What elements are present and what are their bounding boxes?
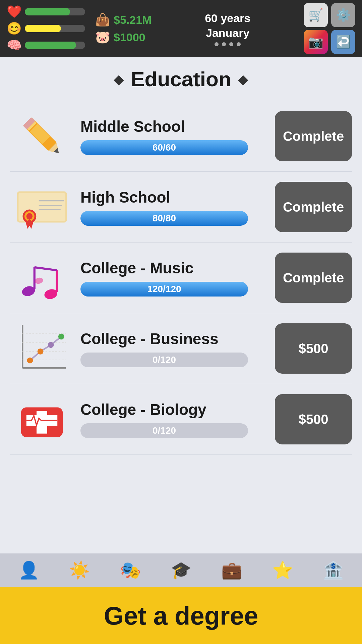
diamond-right: ◆ — [238, 71, 248, 87]
edu-action-label: $500 — [299, 341, 328, 356]
page-title: Education — [131, 67, 231, 91]
bottom-nav: 👤☀️🎭🎓💼⭐🏦 — [0, 553, 362, 587]
edu-name: College - Business — [80, 330, 268, 348]
health-bar-fill — [25, 8, 70, 15]
wallet-icon: 👜 — [95, 13, 110, 27]
edu-icon-chart — [10, 320, 74, 377]
edu-name: Middle School — [80, 117, 268, 136]
edu-action-btn-3[interactable]: $500 — [275, 323, 352, 374]
edu-action-btn-1[interactable]: Complete — [275, 182, 352, 232]
piggy-amount: $1000 — [114, 31, 145, 44]
happiness-bar-fill — [25, 25, 61, 32]
svg-point-30 — [58, 334, 64, 340]
progress-label: 60/60 — [153, 142, 176, 153]
stats-column: ❤️ 😊 🧠 — [7, 5, 85, 52]
piggy-row: 🐷 $1000 — [95, 30, 152, 44]
progress-bar-bg: 60/60 — [80, 140, 248, 155]
education-list: Middle School60/60Complete High School80… — [0, 98, 362, 458]
top-icon-row-1: 🛒 ⚙️ — [304, 3, 355, 27]
svg-point-10 — [26, 213, 33, 220]
edu-action-btn-0[interactable]: Complete — [275, 111, 352, 161]
progress-bar-bg: 0/120 — [80, 353, 248, 367]
health-icon: ❤️ — [7, 5, 21, 19]
edu-name: College - Biology — [80, 400, 268, 419]
edu-icon-medical — [10, 391, 74, 448]
intelligence-bar-bg — [25, 42, 85, 49]
progress-bar-bg: 120/120 — [80, 282, 248, 297]
cart-button[interactable]: 🛒 — [304, 3, 328, 27]
dot-4 — [237, 42, 241, 46]
education-nav[interactable]: 🎓 — [171, 560, 191, 580]
progress-label: 80/80 — [153, 213, 176, 224]
progress-label: 120/120 — [147, 284, 181, 294]
edu-icon-music — [10, 249, 74, 306]
piggy-icon: 🐷 — [95, 30, 110, 44]
dot-1 — [215, 42, 219, 46]
edu-info: High School80/80 — [80, 188, 268, 226]
progress-bar-bg: 80/80 — [80, 211, 248, 226]
activities-nav[interactable]: ☀️ — [69, 560, 90, 580]
svg-point-28 — [38, 348, 44, 355]
intelligence-icon: 🧠 — [7, 38, 21, 52]
health-bar-bg — [25, 8, 85, 15]
edu-item-2: College - Music120/120Complete — [10, 243, 352, 313]
age-line1: 60 years — [205, 12, 250, 24]
intelligence-bar-fill — [25, 42, 76, 49]
svg-point-27 — [27, 358, 33, 364]
top-icons: 🛒 ⚙️ 📷 ↩️ — [304, 3, 355, 54]
edu-item-1: High School80/80Complete — [10, 172, 352, 243]
svg-point-29 — [48, 342, 54, 348]
looks-nav[interactable]: 🎭 — [120, 560, 141, 580]
edu-info: College - Music120/120 — [80, 259, 268, 297]
progress-label: 0/120 — [153, 425, 176, 436]
wallet-row: 👜 $5.21M — [95, 13, 152, 27]
progress-label: 0/120 — [153, 355, 176, 365]
age-column: 60 years January — [158, 11, 297, 46]
money-column: 👜 $5.21M 🐷 $1000 — [95, 13, 152, 44]
achievements-nav[interactable]: ⭐ — [272, 560, 293, 580]
top-icon-row-2: 📷 ↩️ — [304, 30, 355, 54]
svg-line-19 — [35, 267, 57, 270]
happiness-icon: 😊 — [7, 21, 21, 36]
career-nav[interactable]: 💼 — [221, 560, 242, 580]
finance-nav[interactable]: 🏦 — [323, 560, 344, 580]
share-button[interactable]: ↩️ — [331, 30, 355, 54]
dot-2 — [222, 42, 226, 46]
edu-action-label: Complete — [283, 129, 344, 144]
instagram-button[interactable]: 📷 — [304, 30, 328, 54]
bottom-banner: Get a degree — [0, 587, 362, 644]
health-stat-row: ❤️ — [7, 5, 85, 19]
diamond-left: ◆ — [114, 71, 124, 87]
happiness-bar-bg — [25, 25, 85, 32]
wallet-amount: $5.21M — [114, 13, 152, 26]
edu-name: High School — [80, 188, 268, 206]
dot-3 — [229, 42, 233, 46]
edu-action-label: $500 — [299, 412, 328, 427]
profile-nav[interactable]: 👤 — [18, 560, 39, 580]
top-bar: ❤️ 😊 🧠 👜 $5.21M 🐷 $1000 — [0, 0, 362, 57]
edu-icon-diploma — [10, 178, 74, 235]
edu-info: Middle School60/60 — [80, 117, 268, 155]
age-text: 60 years January — [158, 11, 297, 40]
intelligence-stat-row: 🧠 — [7, 38, 85, 52]
edu-action-label: Complete — [283, 200, 344, 215]
settings-button[interactable]: ⚙️ — [331, 3, 355, 27]
edu-action-btn-2[interactable]: Complete — [275, 253, 352, 303]
edu-action-label: Complete — [283, 270, 344, 285]
edu-name: College - Music — [80, 259, 268, 277]
happiness-stat-row: 😊 — [7, 21, 85, 36]
edu-item-3: College - Business0/120$500 — [10, 313, 352, 384]
edu-icon-pencil — [10, 108, 74, 165]
edu-item-4: College - Biology0/120$500 — [10, 384, 352, 455]
age-line2: January — [206, 26, 249, 39]
dots-row — [158, 42, 297, 46]
progress-bar-bg: 0/120 — [80, 423, 248, 438]
edu-action-btn-4[interactable]: $500 — [275, 394, 352, 444]
edu-item-0: Middle School60/60Complete — [10, 101, 352, 172]
page-title-row: ◆ Education ◆ — [0, 57, 362, 98]
edu-info: College - Business0/120 — [80, 330, 268, 367]
edu-info: College - Biology0/120 — [80, 400, 268, 438]
svg-point-20 — [34, 277, 44, 285]
bottom-banner-text: Get a degree — [104, 601, 258, 630]
